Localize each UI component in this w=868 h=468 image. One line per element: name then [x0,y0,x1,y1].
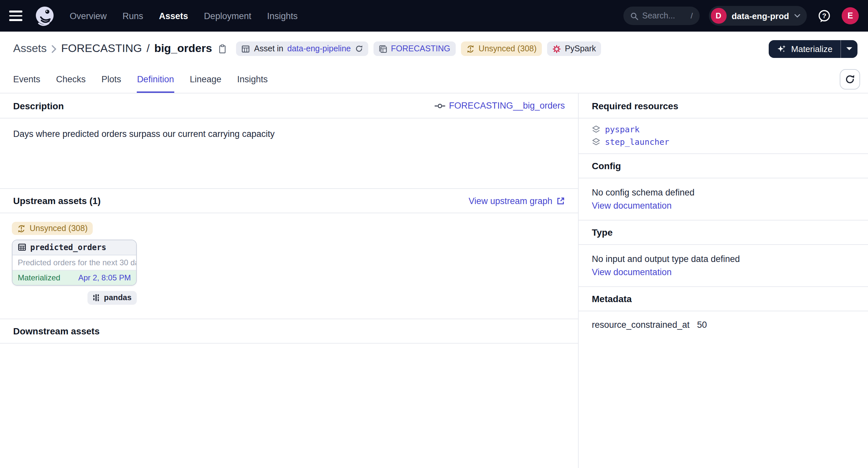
description-body: Days where predicted orders surpass our … [0,118,578,188]
downstream-section-header: Downstream assets [0,319,578,344]
tab-plots[interactable]: Plots [102,66,121,93]
resource-row: step_launcher [592,137,855,147]
resource-link-step-launcher[interactable]: step_launcher [605,137,670,147]
kind-tag-pandas-label: pandas [104,293,131,302]
asset-card-header: predicted_orders [12,240,136,255]
asset-in-pipeline-tag: Asset in data-eng-pipeline [237,41,368,56]
dagster-app: Overview Runs Assets Deployment Insights… [0,0,868,468]
sync-alert-icon [466,45,475,53]
resource-row: pyspark [592,124,855,134]
content-area: Description FORECASTING__big_orders Days… [0,93,868,468]
description-section-header: Description FORECASTING__big_orders [0,93,578,118]
pipeline-link[interactable]: data-eng-pipeline [287,44,351,53]
metadata-key: resource_constrained_at [592,320,697,330]
materialize-options-button[interactable] [840,40,858,58]
view-upstream-graph-link[interactable]: View upstream graph [468,196,565,206]
config-heading: Config [592,160,621,171]
op-icon [434,103,445,109]
downstream-empty-area [0,344,578,468]
resource-link-pyspark[interactable]: pyspark [605,124,640,134]
search-input[interactable] [642,11,686,21]
definition-sidebar: Required resources pyspark step_launcher [579,93,868,468]
kind-tag-pyspark[interactable]: PySpark [547,41,601,56]
metadata-section-header: Metadata [579,286,868,311]
breadcrumb: Assets FORECASTING / big_orders [13,42,227,55]
materialize-button[interactable]: Materialize [769,40,840,58]
table-icon [18,243,26,252]
layers-icon [592,138,600,146]
asset-kind-row: pandas [12,291,137,304]
search-shortcut-hint: / [691,11,693,21]
dagster-logo[interactable] [34,5,70,26]
type-body: No input and output type data defined Vi… [579,245,868,286]
asset-tabs: Events Checks Plots Definition Lineage I… [0,66,868,93]
tab-definition[interactable]: Definition [137,66,174,93]
dagster-octopus-icon [34,5,55,26]
sync-alert-icon [17,224,26,233]
refresh-icon [845,75,855,84]
config-section-header: Config [579,153,868,178]
breadcrumb-group: FORECASTING [61,42,142,55]
help-button[interactable]: ? [817,9,831,23]
table-icon [242,45,250,53]
materialized-status: Materialized [18,273,60,282]
type-empty-text: No input and output type data defined [592,254,855,265]
upstream-heading: Upstream assets (1) [13,196,101,206]
refresh-button[interactable] [840,69,860,89]
help-icon: ? [817,9,831,23]
reload-location-button[interactable] [355,45,363,53]
kind-tag-pandas[interactable]: pandas [88,291,137,304]
nav-assets[interactable]: Assets [159,11,188,21]
upstream-asset-card[interactable]: predicted_orders Predicted orders for th… [12,239,137,285]
type-docs-link[interactable]: View documentation [592,267,672,278]
resources-section-header: Required resources [579,93,868,118]
asset-card-description: Predicted orders for the next 30 day... [12,255,136,270]
tab-insights[interactable]: Insights [237,66,268,93]
chevron-right-icon [51,45,57,53]
config-body: No config schema defined View documentat… [579,178,868,220]
workspace-switcher[interactable]: D data-eng-prod [709,6,807,26]
nav-overview[interactable]: Overview [70,11,107,21]
asset-card-title: predicted_orders [30,242,106,252]
breadcrumb-assets-link[interactable]: Assets [13,42,47,55]
group-tag[interactable]: FORECASTING [373,41,456,56]
upstream-assets-list: Unsynced (308) predicted_orders Predicte… [0,213,578,319]
tab-checks[interactable]: Checks [56,66,86,93]
upstream-unsynced-badge[interactable]: Unsynced (308) [12,222,93,235]
unsynced-tag[interactable]: Unsynced (308) [461,41,542,56]
asset-card-footer: Materialized Apr 2, 8:05 PM [12,270,136,285]
op-link-label: FORECASTING__big_orders [449,101,565,111]
nav-runs[interactable]: Runs [123,11,143,21]
hamburger-menu-icon[interactable] [9,7,26,24]
upstream-unsynced-label: Unsynced (308) [30,224,88,233]
global-search[interactable]: / [623,7,699,25]
external-link-icon [556,197,565,205]
nav-insights[interactable]: Insights [267,11,298,21]
op-link[interactable]: FORECASTING__big_orders [434,101,565,111]
layers-icon [592,125,600,134]
config-docs-link[interactable]: View documentation [592,200,672,211]
breadcrumb-separator: / [147,42,150,55]
reload-icon [355,45,363,53]
tab-events[interactable]: Events [13,66,40,93]
kind-tag-label: PySpark [565,44,596,53]
metadata-value: 50 [697,320,707,330]
unsynced-tag-label: Unsynced (308) [479,44,537,53]
asset-header-row: Assets FORECASTING / big_orders Asset in… [0,32,868,66]
top-nav-bar: Overview Runs Assets Deployment Insights… [0,0,868,32]
metadata-heading: Metadata [592,294,631,304]
type-heading: Type [592,227,613,238]
user-avatar[interactable]: E [842,7,859,24]
clipboard-icon [218,44,227,54]
nav-deployment[interactable]: Deployment [204,11,251,21]
metadata-row: resource_constrained_at 50 [579,311,868,338]
materialized-timestamp[interactable]: Apr 2, 8:05 PM [78,273,131,282]
tab-lineage[interactable]: Lineage [190,66,221,93]
sparkle-icon [777,44,786,54]
copy-asset-name-button[interactable] [218,44,227,54]
view-upstream-graph-label: View upstream graph [468,196,552,206]
type-section-header: Type [579,220,868,245]
downstream-heading: Downstream assets [13,326,100,337]
workspace-badge: D [711,8,726,24]
config-empty-text: No config schema defined [592,187,855,198]
